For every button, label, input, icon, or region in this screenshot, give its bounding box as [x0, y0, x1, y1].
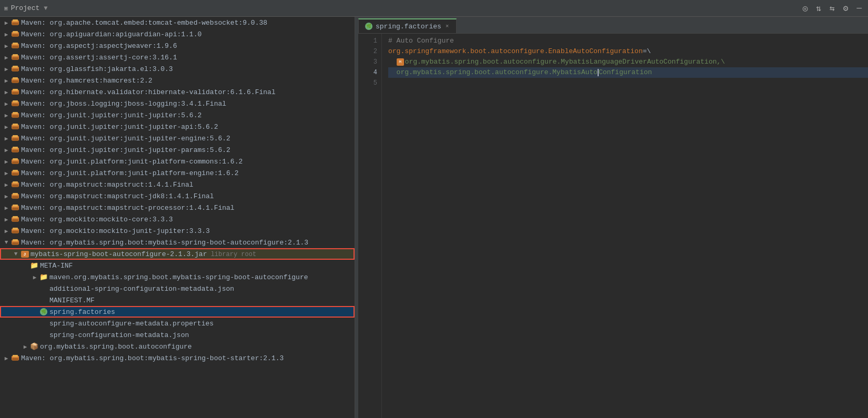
- icon-20: [11, 239, 20, 246]
- tree-item-3[interactable]: ▶ Maven: org.aspectj:aspectjweaver:1.9.6: [0, 40, 355, 52]
- editor-area: 1 2 3 4 5 # Auto Configure org.springfra…: [358, 34, 868, 418]
- split-icon[interactable]: ⇆: [827, 2, 837, 15]
- tree-item-20[interactable]: ▼ Maven: org.mybatis.spring.boot:mybatis…: [0, 237, 355, 248]
- svg-rect-25: [13, 112, 18, 114]
- arrow-17[interactable]: ▶: [2, 205, 11, 211]
- tree-item-27[interactable]: spring-autoconfigure-metadata.properties: [0, 318, 355, 329]
- tree-item-1[interactable]: ▶ Maven: org.apache.tomcat.embed:tomcat-…: [0, 17, 355, 28]
- arrow-19[interactable]: ▶: [2, 228, 11, 235]
- icon-10: [11, 123, 20, 130]
- arrow-29[interactable]: ▶: [21, 343, 29, 350]
- editor-content[interactable]: # Auto Configure org.springframework.boo…: [382, 34, 868, 418]
- arrow-30[interactable]: ▶: [2, 355, 11, 362]
- label-22: META-INF: [39, 262, 73, 270]
- arrow-10[interactable]: ▶: [2, 124, 11, 130]
- label-26: spring.factories: [48, 308, 115, 316]
- tree-item-19[interactable]: ▶ Maven: org.mockito:mockito-junit-jupit…: [0, 225, 355, 237]
- label-14: Maven: org.junit.platform:junit-platform…: [20, 169, 238, 177]
- arrow-5[interactable]: ▶: [2, 66, 11, 73]
- svg-rect-32: [12, 138, 18, 141]
- arrow-4[interactable]: ▶: [2, 54, 11, 61]
- svg-rect-13: [13, 66, 18, 68]
- tree-item-6[interactable]: ▶ Maven: org.hamcrest:hamcrest:2.2: [0, 75, 355, 86]
- svg-rect-31: [13, 135, 18, 137]
- icon-9: [11, 111, 20, 119]
- label-17: Maven: org.mapstruct:mapstruct-processor…: [20, 204, 235, 212]
- tree-item-5[interactable]: ▶ Maven: org.glassfish:jakarta.el:3.0.3: [0, 63, 355, 75]
- svg-rect-10: [13, 54, 18, 56]
- tree-item-23[interactable]: ▶ 📁 maven.org.mybatis.spring.boot.mybati…: [0, 271, 355, 283]
- arrow-2[interactable]: ▶: [2, 31, 11, 38]
- label-27: spring-autoconfigure-metadata.properties: [48, 320, 214, 328]
- tree-item-22[interactable]: 📁 META-INF: [0, 260, 355, 271]
- tree-item-9[interactable]: ▶ Maven: org.junit.jupiter:junit-jupiter…: [0, 109, 355, 121]
- svg-rect-28: [13, 124, 18, 126]
- tree-item-25[interactable]: MANIFEST.MF: [0, 294, 355, 306]
- arrow-9[interactable]: ▶: [2, 112, 11, 119]
- tree-item-28[interactable]: spring-configuration-metadata.json: [0, 329, 355, 341]
- tree-item-12[interactable]: ▶ Maven: org.junit.jupiter:junit-jupiter…: [0, 144, 355, 156]
- svg-rect-55: [13, 228, 18, 230]
- label-7: Maven: org.hibernate.validator:hibernate…: [20, 88, 276, 96]
- tree-item-17[interactable]: ▶ Maven: org.mapstruct:mapstruct-process…: [0, 202, 355, 213]
- tree-item-24[interactable]: additional-spring-configuration-metadata…: [0, 283, 355, 294]
- arrow-1[interactable]: ▶: [2, 19, 11, 26]
- icon-14: [11, 169, 20, 177]
- tree-item-29[interactable]: ▶ 📦 org.mybatis.spring.boot.autoconfigur…: [0, 341, 355, 352]
- svg-rect-61: [13, 355, 18, 357]
- svg-rect-59: [12, 242, 18, 245]
- title-bar: ▣ Project ▼ ◎ ⇅ ⇆ ⚙ —: [0, 0, 868, 17]
- arrow-8[interactable]: ▶: [2, 100, 11, 107]
- tab-close-button[interactable]: ×: [445, 22, 450, 30]
- arrow-23[interactable]: ▶: [31, 274, 39, 281]
- line-num-1: 1: [358, 36, 381, 46]
- code-line-3: Morg.mybatis.spring.boot.autoconfigure.M…: [388, 57, 868, 67]
- icon-4: [11, 54, 20, 61]
- tree-item-18[interactable]: ▶ Maven: org.mockito:mockito-core:3.3.3: [0, 213, 355, 225]
- arrow-20[interactable]: ▼: [2, 239, 11, 246]
- settings-icon[interactable]: ⚙: [841, 2, 851, 15]
- arrow-14[interactable]: ▶: [2, 170, 11, 177]
- arrow-18[interactable]: ▶: [2, 216, 11, 223]
- tree-item-10[interactable]: ▶ Maven: org.junit.jupiter:junit-jupiter…: [0, 121, 355, 132]
- arrow-16[interactable]: ▶: [2, 193, 11, 200]
- tree-item-4[interactable]: ▶ Maven: org.assertj:assertj-core:3.16.1: [0, 52, 355, 63]
- svg-rect-49: [13, 205, 18, 207]
- svg-rect-56: [12, 231, 18, 233]
- arrow-6[interactable]: ▶: [2, 77, 11, 84]
- arrow-11[interactable]: ▶: [2, 135, 11, 142]
- tree-item-30[interactable]: ▶ Maven: org.mybatis.spring.boot:mybatis…: [0, 352, 355, 364]
- label-2: Maven: org.apiguardian:apiguardian-api:1…: [20, 30, 201, 38]
- tree-item-26[interactable]: 🌿 spring.factories: [0, 306, 355, 318]
- tab-spring-factories[interactable]: 🌿 spring.factories ×: [358, 18, 457, 33]
- label-25: MANIFEST.MF: [48, 297, 95, 304]
- minimize-icon[interactable]: —: [854, 3, 864, 14]
- arrow-3[interactable]: ▶: [2, 43, 11, 49]
- tree-item-2[interactable]: ▶ Maven: org.apiguardian:apiguardian-api…: [0, 28, 355, 40]
- svg-rect-20: [12, 92, 18, 95]
- icon-18: [11, 216, 20, 223]
- label-8: Maven: org.jboss.logging:jboss-logging:3…: [20, 100, 226, 108]
- arrow-15[interactable]: ▶: [2, 181, 11, 188]
- tree-item-7[interactable]: ▶ Maven: org.hibernate.validator:hiberna…: [0, 86, 355, 98]
- tree-item-14[interactable]: ▶ Maven: org.junit.platform:junit-platfo…: [0, 167, 355, 179]
- title-bar-left: ▣ Project ▼: [4, 4, 109, 12]
- tree-item-8[interactable]: ▶ Maven: org.jboss.logging:jboss-logging…: [0, 98, 355, 109]
- tree-item-11[interactable]: ▶ Maven: org.junit.jupiter:junit-jupiter…: [0, 132, 355, 144]
- locate-icon[interactable]: ◎: [801, 2, 810, 15]
- icon-23: 📁: [39, 273, 48, 281]
- svg-rect-26: [12, 115, 18, 118]
- arrow-21[interactable]: ▼: [12, 251, 20, 257]
- arrow-7[interactable]: ▶: [2, 89, 11, 96]
- arrow-13[interactable]: ▶: [2, 158, 11, 165]
- tree-item-13[interactable]: ▶ Maven: org.junit.platform:junit-platfo…: [0, 156, 355, 167]
- tree-item-21[interactable]: ▼ J mybatis-spring-boot-autoconfigure-2.…: [0, 248, 355, 260]
- tree-item-16[interactable]: ▶ Maven: org.mapstruct:mapstruct-jdk8:1.…: [0, 190, 355, 202]
- tree-item-15[interactable]: ▶ Maven: org.mapstruct:mapstruct:1.4.1.F…: [0, 179, 355, 190]
- label-29: org.mybatis.spring.boot.autoconfigure: [39, 343, 192, 351]
- label-23: maven.org.mybatis.spring.boot.mybatis-sp…: [48, 273, 308, 281]
- icon-22: 📁: [29, 261, 39, 270]
- arrow-12[interactable]: ▶: [2, 147, 11, 154]
- sort-icon[interactable]: ⇅: [814, 2, 823, 15]
- icon-2: [11, 30, 20, 38]
